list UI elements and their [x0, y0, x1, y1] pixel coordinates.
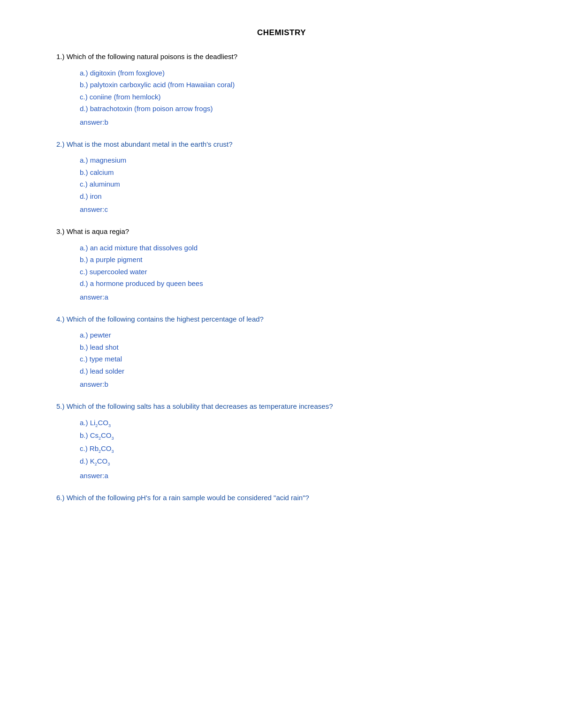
- list-item: b.) lead shot: [80, 342, 507, 353]
- question-2-answer: answer:c: [56, 205, 507, 213]
- question-4-answer: answer:b: [56, 380, 507, 388]
- list-item: a.) an acid mixture that dissolves gold: [80, 243, 507, 254]
- list-item: a.) digitoxin (from foxglove): [80, 68, 507, 79]
- question-2-options: a.) magnesium b.) calcium c.) aluminum d…: [56, 155, 507, 202]
- question-5-body: Which of the following salts has a solub…: [67, 402, 333, 410]
- question-1-answer: answer:b: [56, 118, 507, 126]
- question-3: 3.) What is aqua regia? a.) an acid mixt…: [56, 226, 507, 301]
- list-item: c.) aluminum: [80, 179, 507, 190]
- question-1-body: Which of the following natural poisons i…: [67, 53, 237, 60]
- list-item: a.) magnesium: [80, 155, 507, 166]
- question-3-number: 3.): [56, 227, 65, 235]
- question-3-options: a.) an acid mixture that dissolves gold …: [56, 243, 507, 289]
- list-item: c.) coniine (from hemlock): [80, 92, 507, 103]
- question-6-text: 6.) Which of the following pH's for a ra…: [56, 493, 507, 503]
- list-item: d.) lead solder: [80, 366, 507, 377]
- list-item: d.) iron: [80, 191, 507, 202]
- list-item: b.) a purple pigment: [80, 255, 507, 265]
- question-4-text: 4.) Which of the following contains the …: [56, 314, 507, 325]
- question-6-number: 6.): [56, 494, 65, 502]
- question-4-body: Which of the following contains the high…: [67, 315, 264, 323]
- page-title: CHEMISTRY: [56, 28, 507, 38]
- list-item: b.) Cs2CO3: [80, 430, 507, 442]
- list-item: a.) Li2CO3: [80, 418, 507, 429]
- question-5: 5.) Which of the following salts has a s…: [56, 401, 507, 480]
- list-item: b.) calcium: [80, 167, 507, 178]
- list-item: c.) type metal: [80, 354, 507, 365]
- question-2-number: 2.): [56, 140, 65, 148]
- question-1-options: a.) digitoxin (from foxglove) b.) palyto…: [56, 68, 507, 114]
- question-2-text: 2.) What is the most abundant metal in t…: [56, 139, 507, 150]
- question-6-body: Which of the following pH's for a rain s…: [67, 494, 309, 502]
- question-6: 6.) Which of the following pH's for a ra…: [56, 493, 507, 503]
- question-3-text: 3.) What is aqua regia?: [56, 226, 507, 237]
- question-2-body: What is the most abundant metal in the e…: [67, 140, 233, 148]
- list-item: a.) pewter: [80, 330, 507, 341]
- question-4-options: a.) pewter b.) lead shot c.) type metal …: [56, 330, 507, 376]
- question-4: 4.) Which of the following contains the …: [56, 314, 507, 389]
- list-item: d.) K2CO3: [80, 456, 507, 468]
- question-5-answer: answer:a: [56, 472, 507, 480]
- question-5-number: 5.): [56, 402, 65, 410]
- question-3-body: What is aqua regia?: [67, 227, 129, 235]
- list-item: c.) Rb2CO3: [80, 443, 507, 455]
- question-1: 1.) Which of the following natural poiso…: [56, 52, 507, 126]
- list-item: b.) palytoxin carboxylic acid (from Hawa…: [80, 80, 507, 90]
- question-1-text: 1.) Which of the following natural poiso…: [56, 52, 507, 62]
- list-item: c.) supercooled water: [80, 267, 507, 278]
- question-1-number: 1.): [56, 53, 65, 60]
- question-5-text: 5.) Which of the following salts has a s…: [56, 401, 507, 412]
- list-item: d.) batrachotoxin (from poison arrow fro…: [80, 104, 507, 114]
- question-4-number: 4.): [56, 315, 65, 323]
- question-2: 2.) What is the most abundant metal in t…: [56, 139, 507, 214]
- list-item: d.) a hormone produced by queen bees: [80, 278, 507, 289]
- question-5-options: a.) Li2CO3 b.) Cs2CO3 c.) Rb2CO3 d.) K2C…: [56, 418, 507, 468]
- question-3-answer: answer:a: [56, 293, 507, 301]
